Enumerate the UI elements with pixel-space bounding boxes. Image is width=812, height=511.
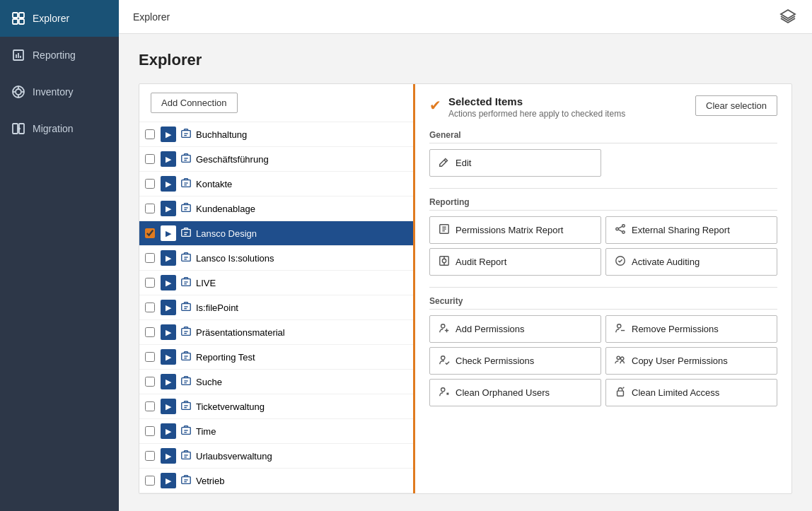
divider-2 — [429, 287, 777, 288]
site-icon — [180, 227, 192, 240]
tree-item[interactable]: ▶ Geschäftsführung — [139, 147, 413, 172]
tree-item[interactable]: ▶ Kundenablage — [139, 196, 413, 221]
svg-rect-3 — [19, 19, 24, 24]
expand-button[interactable]: ▶ — [161, 423, 176, 439]
tree-item[interactable]: ▶ Lansco Is:solutions — [139, 246, 413, 271]
copy-user-permissions-label: Copy User Permissions — [632, 356, 728, 366]
sidebar: Explorer Reporting Inventory — [0, 0, 119, 511]
main-content: Explorer Explorer Add Connection ▶ Bu — [119, 0, 812, 511]
svg-point-81 — [441, 356, 445, 360]
expand-button[interactable]: ▶ — [161, 151, 176, 167]
migration-icon — [11, 122, 25, 136]
tree-item[interactable]: ▶ Ticketverwaltung — [139, 394, 413, 419]
svg-point-79 — [617, 324, 621, 328]
tree-item[interactable]: ▶ LIVE — [139, 271, 413, 295]
tree-item-checkbox[interactable] — [145, 352, 155, 362]
divider-1 — [429, 188, 777, 189]
reporting-section-label: Reporting — [429, 197, 777, 211]
expand-button[interactable]: ▶ — [161, 275, 176, 290]
svg-point-68 — [622, 231, 625, 234]
expand-button[interactable]: ▶ — [161, 201, 176, 216]
share-report-icon — [615, 223, 626, 237]
tree-item[interactable]: ▶ Reporting Test — [139, 345, 413, 370]
topbar: Explorer — [119, 0, 812, 34]
remove-permissions-button[interactable]: Remove Permissions — [605, 315, 777, 343]
tree-item-checkbox[interactable] — [145, 179, 155, 189]
tree-item-checkbox[interactable] — [145, 426, 155, 436]
site-icon — [180, 375, 192, 389]
check-permissions-button[interactable]: Check Permissions — [429, 347, 601, 375]
tree-item-label: Urlaubsverwaltung — [196, 451, 272, 462]
tree-item[interactable]: ▶ Urlaubsverwaltung — [139, 444, 413, 469]
tree-item[interactable]: ▶ Is:filePoint — [139, 295, 413, 320]
selected-info: ✔ Selected Items Actions performed here … — [429, 95, 625, 119]
external-sharing-report-button[interactable]: External Sharing Report — [605, 216, 777, 244]
expand-button[interactable]: ▶ — [161, 127, 176, 142]
sidebar-item-label: Inventory — [33, 86, 74, 98]
copy-user-permissions-button[interactable]: Copy User Permissions — [605, 347, 777, 375]
tree-item-checkbox[interactable] — [145, 327, 155, 337]
edit-button[interactable]: Edit — [429, 149, 601, 177]
tree-item-checkbox[interactable] — [145, 476, 155, 486]
tree-item-checkbox[interactable] — [145, 228, 155, 238]
edit-label: Edit — [456, 158, 471, 168]
audit-icon — [439, 255, 450, 269]
remove-permissions-icon — [615, 322, 626, 336]
tree-item-label: Suche — [196, 377, 222, 387]
clean-limited-access-button[interactable]: Clean Limited Access — [605, 379, 777, 406]
sidebar-item-migration[interactable]: Migration — [0, 110, 119, 147]
sidebar-item-inventory[interactable]: Inventory — [0, 74, 119, 110]
tree-item-checkbox[interactable] — [145, 278, 155, 288]
tree-item[interactable]: ▶ Kontakte — [139, 172, 413, 196]
tree-item-checkbox[interactable] — [145, 377, 155, 387]
tree-item-label: Lansco Design — [196, 228, 257, 239]
layers-icon[interactable] — [778, 7, 798, 27]
expand-button[interactable]: ▶ — [161, 399, 176, 414]
svg-point-83 — [620, 357, 623, 360]
explorer-icon — [11, 11, 25, 25]
tree-item[interactable]: ▶ Suche — [139, 370, 413, 394]
expand-button[interactable]: ▶ — [161, 300, 176, 315]
tree-item[interactable]: ▶ Präsentationsmaterial — [139, 320, 413, 345]
clean-orphaned-users-button[interactable]: Clean Orphaned Users — [429, 379, 601, 406]
expand-button[interactable]: ▶ — [161, 473, 176, 488]
expand-button[interactable]: ▶ — [161, 448, 176, 464]
expand-button[interactable]: ▶ — [161, 176, 176, 192]
audit-report-button[interactable]: Audit Report — [429, 248, 601, 276]
expand-button[interactable]: ▶ — [161, 349, 176, 365]
tree-item[interactable]: ▶ Vetrieb — [139, 469, 413, 493]
clear-selection-button[interactable]: Clear selection — [695, 95, 777, 116]
permissions-matrix-report-button[interactable]: Permissions Matrix Report — [429, 216, 601, 244]
tree-item[interactable]: ▶ Buchhaltung — [139, 122, 413, 147]
selected-header: ✔ Selected Items Actions performed here … — [429, 95, 777, 119]
site-icon — [180, 128, 192, 141]
tree-item-label: Lansco Is:solutions — [196, 253, 274, 264]
tree-item-checkbox[interactable] — [145, 451, 155, 461]
add-connection-button[interactable]: Add Connection — [151, 93, 238, 113]
expand-button[interactable]: ▶ — [161, 324, 176, 340]
tree-item-checkbox[interactable] — [145, 129, 155, 139]
expand-button[interactable]: ▶ — [161, 374, 176, 389]
tree-item-checkbox[interactable] — [145, 253, 155, 263]
tree-item-checkbox[interactable] — [145, 204, 155, 213]
tree-item-label: Buchhaltung — [196, 129, 247, 140]
sidebar-item-reporting[interactable]: Reporting — [0, 37, 119, 74]
svg-rect-2 — [13, 19, 18, 24]
site-icon — [180, 202, 192, 216]
expand-button[interactable]: ▶ — [161, 250, 176, 266]
add-permissions-label: Add Permissions — [456, 324, 525, 334]
clean-limited-icon — [615, 386, 626, 399]
svg-rect-0 — [13, 13, 18, 18]
expand-button[interactable]: ▶ — [161, 225, 176, 241]
site-icon — [180, 400, 192, 413]
tree-item[interactable]: ▶ Lansco Design — [139, 221, 413, 246]
tree-item[interactable]: ▶ Time — [139, 419, 413, 444]
tree-item-checkbox[interactable] — [145, 154, 155, 164]
tree-item-checkbox[interactable] — [145, 401, 155, 411]
activate-auditing-button[interactable]: Activate Auditing — [605, 248, 777, 276]
add-permissions-button[interactable]: Add Permissions — [429, 315, 601, 343]
tree-list: ▶ Buchhaltung▶ Geschäftsführung▶ Kontakt… — [139, 122, 413, 493]
site-icon — [180, 252, 192, 265]
tree-item-checkbox[interactable] — [145, 303, 155, 312]
sidebar-item-explorer[interactable]: Explorer — [0, 0, 119, 37]
